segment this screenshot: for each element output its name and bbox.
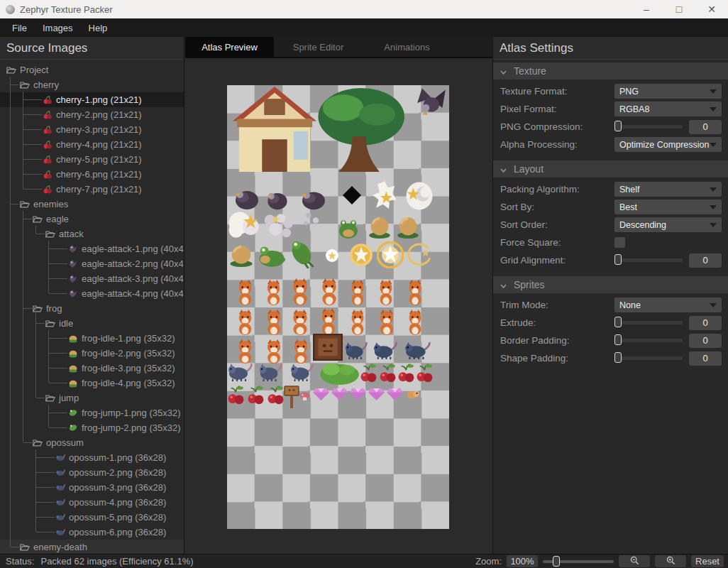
tree-item[interactable]: opossum-4.png (36x28) <box>0 495 184 510</box>
tree-item[interactable]: cherry <box>0 77 184 92</box>
zoom-slider-handle[interactable] <box>553 556 560 567</box>
coin-star-sprite[interactable] <box>349 243 373 267</box>
slider-value-box[interactable]: 0 <box>689 334 722 348</box>
section-header-texture[interactable]: Texture <box>493 62 728 80</box>
slider-handle[interactable] <box>614 121 622 131</box>
fox-sprite[interactable] <box>236 310 255 335</box>
fox-sprite[interactable] <box>319 308 338 335</box>
cherry-sprite[interactable] <box>228 386 244 405</box>
frog-ball-sprite[interactable] <box>228 244 254 267</box>
gem-sprite[interactable] <box>349 388 367 401</box>
slider-value-box[interactable]: 0 <box>689 253 722 268</box>
dropdown-trim-mode[interactable]: None <box>614 297 722 312</box>
opossum-sprite[interactable] <box>289 362 314 382</box>
tab-atlas-preview[interactable]: Atlas Preview <box>185 37 274 57</box>
slider-track[interactable] <box>614 125 683 129</box>
tree-item[interactable]: cherry-4.png (21x21) <box>0 137 184 152</box>
tree-item[interactable]: cherry-1.png (21x21) <box>0 92 184 107</box>
checkbox-force-square[interactable] <box>614 237 625 248</box>
tab-animations[interactable]: Animations <box>363 37 451 57</box>
tree-item[interactable]: opossum-6.png (36x28) <box>0 525 184 540</box>
slider-track[interactable] <box>614 356 683 360</box>
slider-handle[interactable] <box>614 254 622 265</box>
dropdown-texture-format[interactable]: PNG <box>614 84 722 99</box>
frog-croak-sprite[interactable] <box>257 244 285 268</box>
tree-item[interactable]: opossum <box>0 435 184 450</box>
opossum-sprite[interactable] <box>227 362 253 382</box>
gem-sprite[interactable] <box>312 388 330 401</box>
section-header-layout[interactable]: Layout <box>493 160 728 178</box>
tree-item[interactable]: frog-jump-2.png (35x32) <box>0 420 184 435</box>
coin-star2-sprite[interactable] <box>377 241 404 268</box>
zoom-value[interactable]: 100% <box>507 555 538 567</box>
dropdown-packing-algorithm[interactable]: Shelf <box>614 182 722 197</box>
tab-sprite-editor[interactable]: Sprite Editor <box>274 37 363 57</box>
cherry-sprite[interactable] <box>248 386 264 405</box>
frog-ball-sprite[interactable] <box>396 216 420 239</box>
tree-item[interactable]: attack <box>0 226 184 241</box>
fox-sprite[interactable] <box>236 339 255 364</box>
fox-sprite[interactable] <box>406 280 424 305</box>
slider-value-box[interactable]: 0 <box>689 351 722 366</box>
tree-item[interactable]: frog-idle-3.png (35x32) <box>0 361 184 376</box>
zoom-slider[interactable] <box>543 560 614 563</box>
crate-sprite[interactable] <box>313 334 343 361</box>
puff-gray-sprite[interactable] <box>263 213 294 240</box>
critter-sprite[interactable] <box>406 389 420 399</box>
burst-star-sprite[interactable] <box>372 180 397 212</box>
zoom-in-button[interactable] <box>655 555 686 567</box>
frog-front-sprite[interactable] <box>338 219 359 239</box>
dropdown-sort-by[interactable]: Best <box>614 200 722 214</box>
tree-item[interactable]: frog-idle-2.png (35x32) <box>0 346 184 361</box>
cherry-sprite[interactable] <box>417 364 433 383</box>
fox-sprite[interactable] <box>377 280 395 305</box>
tree-item[interactable]: cherry-7.png (21x21) <box>0 182 184 197</box>
tree-item[interactable]: eagle-attack-4.png (40x41) <box>0 286 184 301</box>
tree-item[interactable]: frog <box>0 301 184 316</box>
slider-value-box[interactable]: 0 <box>689 316 722 330</box>
puff-bits-sprite[interactable] <box>297 212 321 227</box>
gem-sprite[interactable] <box>368 388 385 401</box>
tree-item[interactable]: frog-idle-1.png (35x32) <box>0 331 184 346</box>
slider-track[interactable] <box>614 339 683 342</box>
gem-sprite[interactable] <box>331 388 348 401</box>
tree-item[interactable]: eagle-attack-1.png (40x41) <box>0 241 184 256</box>
menu-item-file[interactable]: File <box>4 23 35 33</box>
fox-sprite[interactable] <box>264 310 284 335</box>
tree-sprite[interactable] <box>314 88 404 172</box>
ring-sprite[interactable] <box>404 243 431 268</box>
dropdown-pixel-format[interactable]: RGBA8 <box>614 102 722 116</box>
atlas-canvas[interactable] <box>227 85 449 529</box>
tree-item[interactable]: eagle <box>0 212 184 226</box>
cherry-sprite[interactable] <box>268 386 284 405</box>
tree-item[interactable]: opossum-3.png (36x28) <box>0 480 184 495</box>
eagle-sprite[interactable] <box>265 186 289 212</box>
tree-item[interactable]: frog-jump-1.png (35x32) <box>0 405 184 420</box>
cherry-sprite[interactable] <box>398 364 414 383</box>
cat-sprite[interactable] <box>404 341 431 360</box>
eagle-sprite[interactable] <box>299 185 328 212</box>
reset-zoom-button[interactable]: Reset <box>691 555 724 567</box>
fox-sprite[interactable] <box>377 310 397 335</box>
tree-item[interactable]: cherry-6.png (21x21) <box>0 167 184 182</box>
tree-item[interactable]: frog-idle-4.png (35x32) <box>0 376 184 390</box>
cherry-sprite[interactable] <box>360 364 377 383</box>
tree-item[interactable]: enemy-death <box>0 540 184 553</box>
tree-item[interactable]: cherry-2.png (21x21) <box>0 107 184 122</box>
bush-sprite[interactable] <box>319 361 360 385</box>
section-header-sprites[interactable]: Sprites <box>493 276 728 293</box>
sign-sprite[interactable] <box>284 386 299 408</box>
tree-item[interactable]: jump <box>0 390 184 405</box>
fox-sprite[interactable] <box>236 280 255 305</box>
eagle-fly-sprite[interactable] <box>416 87 447 119</box>
slider-handle[interactable] <box>614 317 622 327</box>
tree-item[interactable]: opossum-2.png (36x28) <box>0 465 184 480</box>
fox-sprite[interactable] <box>289 310 311 335</box>
mushroom-sprite[interactable] <box>299 392 310 401</box>
gem-sprite[interactable] <box>386 388 404 401</box>
coin-small-sprite[interactable] <box>325 248 339 263</box>
minimize-icon[interactable]: – <box>630 0 663 18</box>
zoom-out-button[interactable] <box>619 555 650 567</box>
tree-item[interactable]: cherry-5.png (21x21) <box>0 152 184 167</box>
opossum-sprite[interactable] <box>258 362 282 382</box>
